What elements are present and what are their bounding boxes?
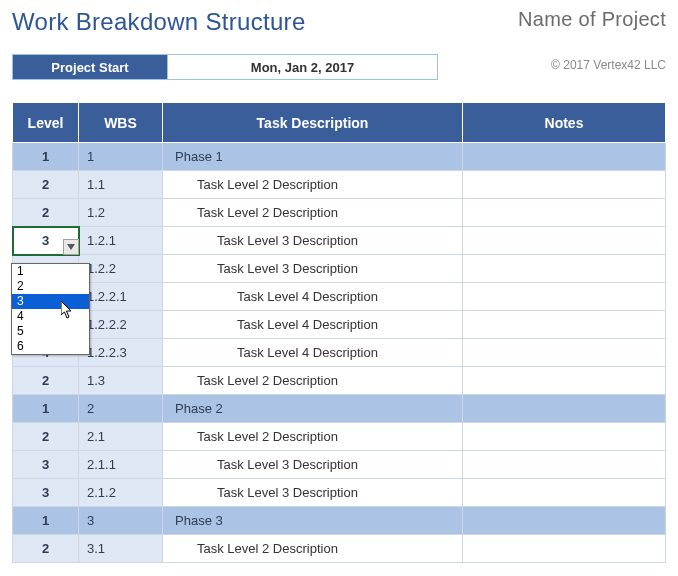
notes-cell[interactable] [463, 311, 666, 339]
project-name: Name of Project [518, 8, 666, 31]
wbs-cell[interactable]: 2.1.2 [79, 479, 163, 507]
wbs-cell[interactable]: 1.2 [79, 199, 163, 227]
level-cell[interactable]: 1 [13, 507, 79, 535]
wbs-table: Level WBS Task Description Notes 11Phase… [12, 102, 666, 563]
wbs-cell[interactable]: 1.2.2.2 [79, 311, 163, 339]
notes-cell[interactable] [463, 367, 666, 395]
col-header-wbs[interactable]: WBS [79, 103, 163, 143]
notes-cell[interactable] [463, 255, 666, 283]
dropdown-option[interactable]: 2 [12, 279, 89, 294]
table-row: 32.1.1Task Level 3 Description [13, 451, 666, 479]
table-row: 41.2.2.1Task Level 4 Description [13, 283, 666, 311]
description-cell[interactable]: Task Level 2 Description [163, 367, 463, 395]
table-row: 31.2.2Task Level 3 Description [13, 255, 666, 283]
table-row: 41.2.2.3Task Level 4 Description [13, 339, 666, 367]
wbs-cell[interactable]: 1 [79, 143, 163, 171]
wbs-cell[interactable]: 3 [79, 507, 163, 535]
table-row: 22.1Task Level 2 Description [13, 423, 666, 451]
level-cell[interactable]: 3 [13, 451, 79, 479]
description-cell[interactable]: Task Level 2 Description [163, 423, 463, 451]
description-cell[interactable]: Task Level 2 Description [163, 171, 463, 199]
wbs-cell[interactable]: 1.2.1 [79, 227, 163, 255]
description-cell[interactable]: Task Level 4 Description [163, 339, 463, 367]
level-cell[interactable]: 2 [13, 171, 79, 199]
table-row: 12Phase 2 [13, 395, 666, 423]
table-row: 13Phase 3 [13, 507, 666, 535]
notes-cell[interactable] [463, 507, 666, 535]
table-row: 21.3Task Level 2 Description [13, 367, 666, 395]
level-cell[interactable]: 1 [13, 143, 79, 171]
table-row: 23.1Task Level 2 Description [13, 535, 666, 563]
dropdown-option[interactable]: 1 [12, 264, 89, 279]
wbs-cell[interactable]: 2 [79, 395, 163, 423]
table-row: 21.1Task Level 2 Description [13, 171, 666, 199]
copyright: © 2017 Vertex42 LLC [551, 58, 666, 72]
table-row: 41.2.2.2Task Level 4 Description [13, 311, 666, 339]
notes-cell[interactable] [463, 143, 666, 171]
level-cell[interactable]: 2 [13, 367, 79, 395]
table-row: 11Phase 1 [13, 143, 666, 171]
description-cell[interactable]: Task Level 3 Description [163, 479, 463, 507]
project-start-label: Project Start [12, 54, 168, 80]
dropdown-button[interactable] [63, 239, 79, 255]
description-cell[interactable]: Task Level 4 Description [163, 311, 463, 339]
col-header-desc[interactable]: Task Description [163, 103, 463, 143]
notes-cell[interactable] [463, 451, 666, 479]
description-cell[interactable]: Phase 2 [163, 395, 463, 423]
description-cell[interactable]: Phase 3 [163, 507, 463, 535]
wbs-cell[interactable]: 1.1 [79, 171, 163, 199]
notes-cell[interactable] [463, 199, 666, 227]
level-cell[interactable]: 2 [13, 535, 79, 563]
level-cell[interactable]: 2 [13, 423, 79, 451]
col-header-level[interactable]: Level [13, 103, 79, 143]
description-cell[interactable]: Phase 1 [163, 143, 463, 171]
description-cell[interactable]: Task Level 3 Description [163, 255, 463, 283]
description-cell[interactable]: Task Level 3 Description [163, 451, 463, 479]
wbs-cell[interactable]: 2.1.1 [79, 451, 163, 479]
notes-cell[interactable] [463, 423, 666, 451]
dropdown-option[interactable]: 6 [12, 339, 89, 354]
description-cell[interactable]: Task Level 4 Description [163, 283, 463, 311]
col-header-notes[interactable]: Notes [463, 103, 666, 143]
notes-cell[interactable] [463, 535, 666, 563]
wbs-cell[interactable]: 1.3 [79, 367, 163, 395]
notes-cell[interactable] [463, 283, 666, 311]
level-cell[interactable]: 3 [13, 479, 79, 507]
notes-cell[interactable] [463, 395, 666, 423]
table-row: 21.2Task Level 2 Description [13, 199, 666, 227]
level-dropdown[interactable]: 123456 [11, 263, 90, 355]
notes-cell[interactable] [463, 171, 666, 199]
project-start-date[interactable]: Mon, Jan 2, 2017 [168, 54, 438, 80]
dropdown-option[interactable]: 4 [12, 309, 89, 324]
dropdown-option[interactable]: 5 [12, 324, 89, 339]
wbs-cell[interactable]: 1.2.2.1 [79, 283, 163, 311]
level-cell[interactable]: 2 [13, 199, 79, 227]
table-row: 31.2.1Task Level 3 Description [13, 227, 666, 255]
level-cell[interactable]: 3 [13, 227, 79, 255]
wbs-cell[interactable]: 1.2.2 [79, 255, 163, 283]
description-cell[interactable]: Task Level 3 Description [163, 227, 463, 255]
wbs-cell[interactable]: 3.1 [79, 535, 163, 563]
table-row: 32.1.2Task Level 3 Description [13, 479, 666, 507]
notes-cell[interactable] [463, 339, 666, 367]
page-title: Work Breakdown Structure [12, 8, 306, 36]
description-cell[interactable]: Task Level 2 Description [163, 535, 463, 563]
level-cell[interactable]: 1 [13, 395, 79, 423]
description-cell[interactable]: Task Level 2 Description [163, 199, 463, 227]
dropdown-option[interactable]: 3 [12, 294, 89, 309]
wbs-cell[interactable]: 2.1 [79, 423, 163, 451]
notes-cell[interactable] [463, 479, 666, 507]
wbs-cell[interactable]: 1.2.2.3 [79, 339, 163, 367]
notes-cell[interactable] [463, 227, 666, 255]
